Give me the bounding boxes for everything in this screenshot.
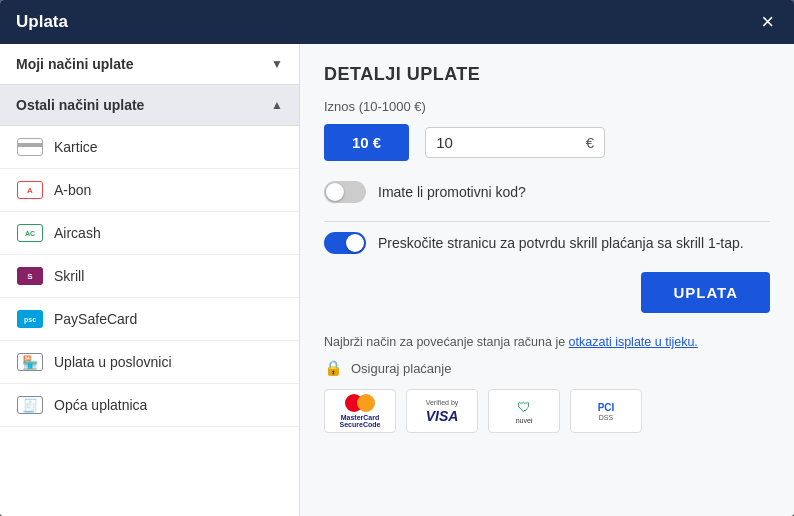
info-text: Najbrži način za povećanje stanja računa… bbox=[324, 335, 770, 349]
visa-verified-label: Verified by bbox=[426, 398, 459, 407]
secure-row: 🔒 Osiguraj plaćanje bbox=[324, 359, 770, 377]
skip-toggle-row: Preskočite stranicu za potvrdu skrill pl… bbox=[324, 232, 770, 254]
other-section-chevron: ▲ bbox=[271, 98, 283, 112]
my-section-label: Moji načini uplate bbox=[16, 56, 133, 72]
sidebar-item-label-paysafecard: PaySafeCard bbox=[54, 311, 137, 327]
nuvei-label: nuvei bbox=[516, 417, 533, 424]
amount-label: Iznos (10-1000 €) bbox=[324, 99, 770, 114]
sidebar-item-uplatnica[interactable]: 🧾 Opća uplatnica bbox=[0, 384, 299, 427]
lock-icon: 🔒 bbox=[324, 359, 343, 377]
skip-toggle-label: Preskočite stranicu za potvrdu skrill pl… bbox=[378, 235, 744, 251]
sidebar-item-skrill[interactable]: S Skrill bbox=[0, 255, 299, 298]
skip-toggle[interactable] bbox=[324, 232, 366, 254]
nuvei-badge: 🛡 nuvei bbox=[488, 389, 560, 433]
modal-body: Moji načini uplate ▼ Ostali načini uplat… bbox=[0, 44, 794, 516]
skrill-icon: S bbox=[16, 266, 44, 286]
main-content: DETALJI UPLATE Iznos (10-1000 €) 10 € € … bbox=[300, 44, 794, 516]
secure-text: Osiguraj plaćanje bbox=[351, 361, 451, 376]
visa-badge: Verified by VISA bbox=[406, 389, 478, 433]
other-payment-methods-header[interactable]: Ostali načini uplate ▲ bbox=[0, 85, 299, 126]
skip-toggle-knob bbox=[346, 234, 364, 252]
sidebar-item-label-aircash: Aircash bbox=[54, 225, 101, 241]
amount-input[interactable] bbox=[436, 134, 580, 151]
sidebar-item-label-poslovnica: Uplata u poslovnici bbox=[54, 354, 172, 370]
pci-badge: PCI DSS bbox=[570, 389, 642, 433]
payment-badges: MasterCardSecureCode Verified by VISA 🛡 … bbox=[324, 389, 770, 433]
my-payment-methods-header[interactable]: Moji načini uplate ▼ bbox=[0, 44, 299, 85]
sidebar-items-list: Kartice A A-bon AC Aircash S bbox=[0, 126, 299, 427]
uplata-button[interactable]: UPLATA bbox=[641, 272, 770, 313]
sidebar-item-kartice[interactable]: Kartice bbox=[0, 126, 299, 169]
my-section-chevron: ▼ bbox=[271, 57, 283, 71]
invoice-icon: 🧾 bbox=[16, 395, 44, 415]
promo-toggle-label: Imate li promotivni kod? bbox=[378, 184, 526, 200]
pci-dss-label: DSS bbox=[599, 414, 613, 421]
visa-badge-content: Verified by VISA bbox=[426, 398, 459, 423]
modal-title: Uplata bbox=[16, 12, 68, 32]
other-section-label: Ostali načini uplate bbox=[16, 97, 144, 113]
visa-logo: VISA bbox=[426, 408, 459, 424]
promo-toggle[interactable] bbox=[324, 181, 366, 203]
paysafe-icon: psc bbox=[16, 309, 44, 329]
divider-1 bbox=[324, 221, 770, 222]
amount-input-wrap: € bbox=[425, 127, 605, 158]
mc-circle-right bbox=[357, 394, 375, 412]
nuvei-shield-icon: 🛡 bbox=[517, 399, 531, 415]
pci-text: PCI bbox=[598, 402, 615, 413]
info-link[interactable]: otkazati isplate u tijeku. bbox=[569, 335, 698, 349]
info-text-before: Najbrži način za povećanje stanja računa… bbox=[324, 335, 569, 349]
sidebar-item-poslovnica[interactable]: 🏪 Uplata u poslovnici bbox=[0, 341, 299, 384]
mastercard-badge: MasterCardSecureCode bbox=[324, 389, 396, 433]
sidebar-item-aircash[interactable]: AC Aircash bbox=[0, 212, 299, 255]
promo-toggle-row: Imate li promotivni kod? bbox=[324, 181, 770, 203]
store-icon: 🏪 bbox=[16, 352, 44, 372]
promo-toggle-knob bbox=[326, 183, 344, 201]
uplata-button-row: UPLATA bbox=[324, 272, 770, 327]
abon-icon: A bbox=[16, 180, 44, 200]
mastercard-circles bbox=[345, 394, 375, 412]
amount-row: 10 € € bbox=[324, 124, 770, 161]
amount-preset-button[interactable]: 10 € bbox=[324, 124, 409, 161]
euro-sign: € bbox=[586, 134, 594, 151]
mastercard-badge-content: MasterCardSecureCode bbox=[340, 394, 381, 428]
nuvei-badge-content: 🛡 nuvei bbox=[516, 399, 533, 424]
pci-badge-content: PCI DSS bbox=[598, 402, 615, 421]
upload-modal: Uplata × Moji načini uplate ▼ Ostali nač… bbox=[0, 0, 794, 516]
sidebar-item-label-skrill: Skrill bbox=[54, 268, 84, 284]
sidebar-item-label-abon: A-bon bbox=[54, 182, 91, 198]
sidebar-item-abon[interactable]: A A-bon bbox=[0, 169, 299, 212]
close-button[interactable]: × bbox=[757, 11, 778, 33]
sidebar-item-paysafecard[interactable]: psc PaySafeCard bbox=[0, 298, 299, 341]
sidebar: Moji načini uplate ▼ Ostali načini uplat… bbox=[0, 44, 300, 516]
sidebar-item-label-kartice: Kartice bbox=[54, 139, 98, 155]
kartice-icon bbox=[16, 137, 44, 157]
mastercard-label: MasterCardSecureCode bbox=[340, 414, 381, 428]
modal-header: Uplata × bbox=[0, 0, 794, 44]
sidebar-item-label-uplatnica: Opća uplatnica bbox=[54, 397, 147, 413]
section-title: DETALJI UPLATE bbox=[324, 64, 770, 85]
aircash-icon: AC bbox=[16, 223, 44, 243]
